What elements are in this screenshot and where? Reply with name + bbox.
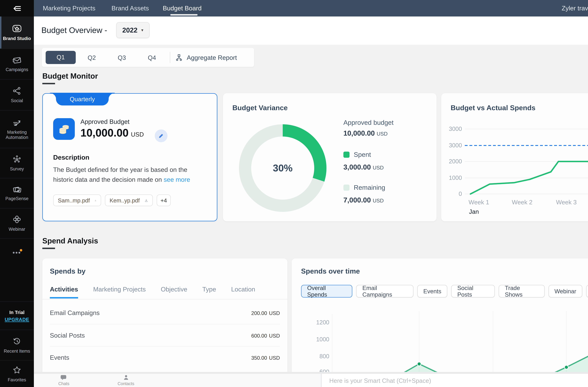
tab-label: Brand Assets [111,5,149,12]
contacts-button[interactable]: Contacts [118,374,134,386]
y-tick: 0 [459,191,462,197]
tab-q1[interactable]: Q1 [46,51,76,64]
smart-chat-input[interactable] [322,374,588,387]
more-attachments-chip[interactable]: +4 [157,194,171,206]
x-tick: Week 3 [556,199,577,206]
sidebar-item-social[interactable]: Social [0,79,34,110]
app-window: Marketing Projects Brand Assets Budget B… [0,0,588,387]
spend-row-social-posts[interactable]: Social Posts 600.00USD [50,324,280,346]
section-title-budget-monitor: Budget Monitor [42,72,98,81]
aggregate-report-label: Aggregate Report [187,54,237,61]
contacts-label: Contacts [118,381,134,386]
quarter-tab-bar: Q1 Q2 Q3 Q4 Aggregate Report [42,48,254,67]
sidebar-item-label: Marketing Automation [0,129,34,140]
campaigns-icon [12,56,22,64]
tab-q3[interactable]: Q3 [107,54,137,61]
sidebar-item-pagesense[interactable]: PageSense [0,178,34,208]
sidebar-item-campaigns[interactable]: Campaigns [0,48,34,79]
see-more-link[interactable]: see more [164,176,190,183]
sot-dot [417,362,421,366]
active-item-indicator [0,17,1,48]
bva-polyline [470,155,588,194]
tab-activities[interactable]: Activities [50,286,78,298]
sidebar-item-brand-studio[interactable]: Brand Studio [0,17,34,48]
currency-label: USD [131,131,144,138]
page-header: Budget Overview - 2022 ▾ [34,17,588,45]
aggregate-report-button[interactable]: Aggregate Report [175,53,237,61]
bottom-bar: Chats Contacts [34,372,588,387]
chats-button[interactable]: Chats [58,374,69,386]
budget-coins-icon [53,118,75,140]
tab-marketing-projects[interactable]: Marketing Projects [43,0,95,17]
collapse-sidebar-button[interactable] [0,0,34,17]
spend-row-email-campaigns[interactable]: Email Campaigns 200.00USD [50,302,280,324]
section-underline [42,83,55,84]
sidebar-item-label: Campaigns [5,67,29,72]
tab-marketing-projects[interactable]: Marketing Projects [93,286,146,298]
sidebar-more-apps[interactable] [0,238,34,265]
smartchat-shortcuts-panel: Chats Contacts [34,374,321,387]
spent-legend-value: 3,000.00USD [343,163,384,171]
contacts-person-icon [123,374,129,381]
upgrade-link[interactable]: UPGRADE [5,317,29,322]
sidebar-item-favorites[interactable]: Favorites [0,360,34,387]
tabs-separator [42,299,287,299]
quarterly-ribbon: Quarterly [56,93,109,106]
y-tick: 1000 [316,336,329,343]
y-tick: 800 [319,353,329,360]
approved-budget-amount: 10,000.00USD [81,127,144,139]
row-value: 350.00USD [249,354,280,361]
social-share-icon [12,86,22,96]
spends-over-time-card: Spends over time Overall Spends Email Ca… [292,258,588,387]
tab-location[interactable]: Location [231,286,255,298]
marketing-automation-icon [12,118,22,127]
chats-label: Chats [58,381,69,386]
approved-budget-label: Approved Budget [81,118,129,125]
spends-by-tabs: Activities Marketing Projects Objective … [50,286,255,298]
sidebar-item-label: Survey [9,166,25,172]
row-value: 600.00USD [249,332,280,339]
tab-budget-board[interactable]: Budget Board [163,0,202,17]
favorites-star-icon [12,365,22,375]
row-value: 200.00USD [249,309,280,316]
description-label: Description [53,154,89,161]
menu-collapse-icon [12,3,22,13]
attachment-chip[interactable]: Kem..yp.pdf [105,194,153,206]
tab-divider [170,52,170,63]
tab-brand-assets[interactable]: Brand Assets [111,0,149,17]
x-tick: Week 2 [512,199,532,206]
ellipsis-more-icon [11,248,23,255]
org-name: Zyler travels [562,5,588,12]
sidebar-item-recent-items[interactable]: Recent Items [0,330,34,360]
sidebar-item-marketing-automation[interactable]: Marketing Automation [0,110,34,148]
main-content: Budget Overview - 2022 ▾ Q1 Q2 Q3 Q4 [34,17,588,387]
year-dropdown[interactable]: 2022 ▾ [116,22,149,38]
download-icon [145,198,148,203]
tab-objective[interactable]: Objective [161,286,187,298]
page-title: Budget Overview - [42,26,107,35]
spend-row-events[interactable]: Events 350.00USD [50,346,280,368]
sidebar-item-label: Social [10,98,24,103]
tab-label: Marketing Projects [43,5,95,12]
attachment-chip[interactable]: Sam..mp.pdf [53,194,101,206]
description-text: The Budget defined for the year is based… [53,165,204,184]
sot-dot [565,365,568,369]
org-selector[interactable]: Zyler travels ▾ [562,0,588,17]
sidebar-item-label: PageSense [4,196,29,201]
edit-budget-button[interactable] [155,130,168,142]
tab-type[interactable]: Type [202,286,216,298]
card-title: Budget Variance [232,104,288,112]
tab-q4[interactable]: Q4 [137,54,167,61]
survey-icon [12,155,22,164]
file-name: Sam..mp.pdf [58,197,90,204]
row-label: Email Campaigns [50,309,100,316]
spends-over-time-chart: 1200 1000 800 600 [292,258,588,387]
sidebar-item-survey[interactable]: Survey [0,148,34,178]
tab-q2[interactable]: Q2 [77,54,107,61]
approved-budget-legend-value: 10,000.00USD [343,129,388,137]
approved-budget-legend-label: Approved budget [343,119,394,126]
sidebar-item-webinar[interactable]: Webinar [0,208,34,238]
chevron-down-icon: ▾ [141,28,143,32]
description-line2: historic data and the decision made on [53,176,162,183]
y-tick: 3000 [449,126,462,132]
